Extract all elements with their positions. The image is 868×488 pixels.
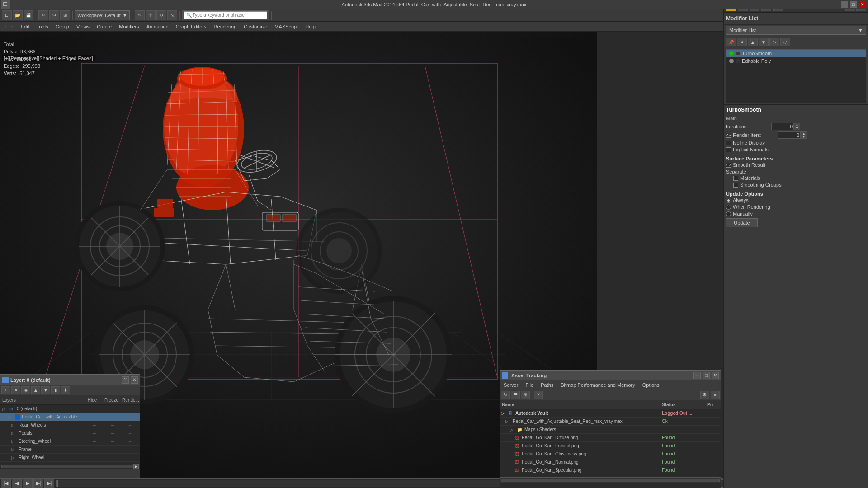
asset-scrollbar[interactable] (501, 479, 720, 482)
iterations-up-arrow[interactable]: ▲ (794, 123, 800, 127)
asset-vault-item[interactable]: ▷ 🗄 Autodesk Vault Logged Out ... (500, 409, 721, 418)
asset-normal-item[interactable]: 🖼 Pedal_Go_Kart_Normal.png Found (500, 458, 721, 466)
smooth-result-checkbox[interactable]: ✓ (726, 163, 731, 168)
isoline-checkbox[interactable] (726, 141, 731, 145)
asset-main-file-item[interactable]: ▷ Pedal_Car_with_Adjustable_Seat_Red_max… (500, 418, 721, 426)
asset-specular-item[interactable]: 🖼 Pedal_Go_Kart_Specular.png Found (500, 466, 721, 474)
render-iters-input[interactable] (778, 131, 801, 139)
asset-refresh-btn[interactable]: ↻ (501, 391, 510, 399)
render-iters-checkbox[interactable]: ✓ (726, 133, 731, 138)
menu-create[interactable]: Create (93, 22, 115, 32)
asset-menu-options[interactable]: Options (639, 380, 663, 389)
mod-delete-btn[interactable]: ✕ (737, 38, 747, 46)
search-box[interactable]: 🔍 (184, 11, 267, 19)
goto-end-btn[interactable]: ▶| (44, 479, 54, 488)
play-btn[interactable]: ▶ (23, 479, 33, 488)
menu-views[interactable]: Views (73, 22, 93, 32)
layer-item-leftwheel[interactable]: ▷ Left_Wheel --- --- --- (0, 462, 140, 464)
asset-more-btn[interactable]: ≡ (711, 391, 720, 399)
layer-item-rearwheels[interactable]: ▷ Rear_Wheels --- --- --- (0, 421, 140, 429)
asset-list-btn[interactable]: ☰ (511, 391, 520, 399)
menu-customize[interactable]: Customize (240, 22, 271, 32)
layer-item-pedalcar[interactable]: ▷ Pedal_Car_with_Adjustable_Seat_Red (0, 413, 140, 421)
layer-move-layer-down-btn[interactable]: ⬇ (61, 386, 70, 394)
asset-help-btn[interactable]: ? (534, 391, 543, 399)
asset-menu-paths[interactable]: Paths (537, 380, 557, 389)
explicit-normals-checkbox[interactable] (726, 147, 731, 152)
close-button[interactable]: ✕ (859, 1, 866, 8)
render-iters-spinner[interactable]: ▲ ▼ (801, 131, 807, 139)
search-input[interactable] (193, 13, 265, 18)
asset-diffuse-item[interactable]: 🖼 Pedal_Go_Kart_Diffuse.png Found (500, 434, 721, 442)
asset-fresnel-item[interactable]: 🖼 Pedal_Go_Kart_Fresnel.png Found (500, 442, 721, 450)
iterations-down-arrow[interactable]: ▼ (794, 127, 800, 130)
menu-graph-editors[interactable]: Graph Editors (172, 22, 210, 32)
undo-btn[interactable]: ↩ (38, 10, 48, 20)
layer-move-layer-up-btn[interactable]: ⬆ (51, 386, 60, 394)
next-frame-btn[interactable]: ▶| (33, 479, 43, 488)
always-radio[interactable] (726, 198, 731, 203)
asset-menu-bitmap[interactable]: Bitmap Performance and Memory (557, 380, 638, 389)
manually-radio[interactable] (726, 211, 731, 216)
iterations-input[interactable] (771, 123, 794, 130)
mod-move-down-btn[interactable]: ▼ (759, 38, 769, 46)
materials-checkbox[interactable] (733, 176, 738, 181)
layer-item-default[interactable]: ▷ ⊞ 0 (default) --- --- --- (0, 405, 140, 413)
new-file-btn[interactable]: 🗋 (2, 10, 12, 20)
save-btn[interactable]: 💾 (24, 10, 33, 20)
layer-move-up-btn[interactable]: ▲ (31, 386, 40, 394)
menu-help[interactable]: Help (302, 22, 319, 32)
mod-pin-btn[interactable]: 📌 (726, 38, 736, 46)
layer-move-down-btn[interactable]: ▼ (41, 386, 50, 394)
maximize-button[interactable]: □ (850, 1, 857, 8)
modifier-list-dropdown[interactable]: Modifier List ▼ (726, 26, 866, 35)
menu-rendering[interactable]: Rendering (210, 22, 241, 32)
layer-panel-question-btn[interactable]: ? (122, 376, 129, 384)
layer-item-steering[interactable]: ▷ Steering_Wheel --- --- --- (0, 437, 140, 446)
modifier-editable-poly[interactable]: Editable Poly (726, 57, 866, 65)
asset-settings-btn[interactable]: ⚙ (700, 391, 709, 399)
layer-scroll-right-btn[interactable]: ▶ (133, 464, 139, 469)
asset-detail-btn[interactable]: ⊞ (521, 391, 530, 399)
asset-maximize-btn[interactable]: □ (703, 372, 710, 379)
layer-item-rightwheel[interactable]: ▷ Right_Wheel --- --- --- (0, 454, 140, 462)
menu-edit[interactable]: Edit (17, 22, 33, 32)
render-iters-up[interactable]: ▲ (801, 132, 807, 135)
menu-maxscript[interactable]: MAXScript (271, 22, 302, 32)
asset-minimize-btn[interactable]: ─ (693, 372, 701, 379)
layer-new-btn[interactable]: + (1, 386, 10, 394)
modifier-turbosmooth[interactable]: TurboSmooth (726, 50, 866, 57)
layer-scrollbar[interactable] (1, 465, 133, 468)
rotate-btn[interactable]: ↻ (156, 10, 166, 20)
mod-move-up-btn[interactable]: ▲ (748, 38, 758, 46)
asset-gloss-item[interactable]: 🖼 Pedal_Go_Kart_Glossiness.png Found (500, 450, 721, 458)
render-iters-down[interactable]: ▼ (801, 135, 807, 138)
move-btn[interactable]: ✛ (146, 10, 156, 20)
layer-add-sel-btn[interactable]: ◈ (21, 386, 30, 394)
asset-maps-folder[interactable]: ▷ 📁 Maps / Shaders (500, 426, 721, 434)
asset-menu-file[interactable]: File (522, 380, 537, 389)
mod-collapse-btn[interactable]: ◁ (780, 38, 790, 46)
when-rendering-radio[interactable] (726, 205, 731, 210)
layer-delete-btn[interactable]: ✕ (11, 386, 20, 394)
scale-btn[interactable]: ⤡ (167, 10, 177, 20)
prev-frame-btn[interactable]: ◀ (12, 479, 22, 488)
menu-modifiers[interactable]: Modifiers (115, 22, 143, 32)
layer-item-pedals[interactable]: ▷ Pedals --- --- --- (0, 429, 140, 437)
app-icon[interactable]: 🗖 (1, 0, 10, 9)
menu-tools[interactable]: Tools (33, 22, 52, 32)
mod-expand-btn[interactable]: ▷ (769, 38, 779, 46)
minimize-button[interactable]: ─ (841, 1, 848, 8)
smoothing-groups-checkbox[interactable] (733, 183, 738, 188)
open-file-btn[interactable]: 📂 (13, 10, 23, 20)
layer-panel-close-btn[interactable]: ✕ (131, 376, 138, 384)
turbosmooth-checkbox[interactable] (736, 51, 740, 56)
search-btn[interactable]: 🔍 (182, 10, 269, 20)
asset-menu-server[interactable]: Server (500, 380, 522, 389)
workspace-dropdown[interactable]: Workspace: Default ▼ (75, 10, 130, 20)
menu-animation[interactable]: Animation (143, 22, 172, 32)
redo-btn[interactable]: ↪ (49, 10, 59, 20)
menu-file[interactable]: File (2, 22, 17, 32)
ref-btn[interactable]: ⊞ (60, 10, 70, 20)
menu-group[interactable]: Group (52, 22, 73, 32)
